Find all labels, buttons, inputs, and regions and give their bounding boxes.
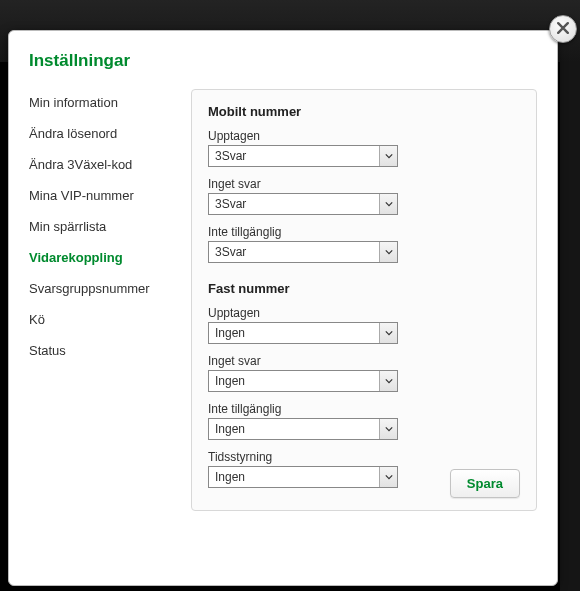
chevron-down-icon — [379, 419, 397, 439]
field-fixed-inte-tillganglig: Inte tillgänglig Ingen — [208, 402, 520, 440]
field-fixed-inget-svar: Inget svar Ingen — [208, 354, 520, 392]
chevron-down-icon — [379, 467, 397, 487]
chevron-down-icon — [379, 146, 397, 166]
select-fixed-inget-svar[interactable]: Ingen — [208, 370, 398, 392]
select-fixed-tidsstyrning[interactable]: Ingen — [208, 466, 398, 488]
field-fixed-upptagen: Upptagen Ingen — [208, 306, 520, 344]
select-value: Ingen — [215, 374, 245, 388]
panel-footer: Spara — [450, 469, 520, 498]
chevron-down-icon — [379, 371, 397, 391]
close-icon — [557, 22, 569, 37]
label-fixed-inget-svar: Inget svar — [208, 354, 520, 368]
sidebar-item-svarsgruppsnummer[interactable]: Svarsgruppsnummer — [29, 275, 177, 306]
select-value: Ingen — [215, 470, 245, 484]
sidebar-item-andra-losenord[interactable]: Ändra lösenord — [29, 120, 177, 151]
select-value: 3Svar — [215, 245, 246, 259]
close-button[interactable] — [549, 15, 577, 43]
sidebar-item-vidarekoppling[interactable]: Vidarekoppling — [29, 244, 177, 275]
sidebar-item-ko[interactable]: Kö — [29, 306, 177, 337]
sidebar-item-min-information[interactable]: Min information — [29, 89, 177, 120]
chevron-down-icon — [379, 242, 397, 262]
chevron-down-icon — [379, 194, 397, 214]
label-fixed-inte-tillganglig: Inte tillgänglig — [208, 402, 520, 416]
chevron-down-icon — [379, 323, 397, 343]
forwarding-panel: Mobilt nummer Upptagen 3Svar Inget svar … — [191, 89, 537, 511]
label-fixed-upptagen: Upptagen — [208, 306, 520, 320]
label-mobile-inte-tillganglig: Inte tillgänglig — [208, 225, 520, 239]
select-value: Ingen — [215, 422, 245, 436]
label-mobile-upptagen: Upptagen — [208, 129, 520, 143]
label-mobile-inget-svar: Inget svar — [208, 177, 520, 191]
field-mobile-upptagen: Upptagen 3Svar — [208, 129, 520, 167]
select-fixed-upptagen[interactable]: Ingen — [208, 322, 398, 344]
select-value: 3Svar — [215, 149, 246, 163]
modal-columns: Min information Ändra lösenord Ändra 3Vä… — [29, 89, 537, 511]
label-fixed-tidsstyrning: Tidsstyrning — [208, 450, 520, 464]
field-mobile-inget-svar: Inget svar 3Svar — [208, 177, 520, 215]
select-value: 3Svar — [215, 197, 246, 211]
select-value: Ingen — [215, 326, 245, 340]
modal-title: Inställningar — [29, 51, 537, 71]
select-mobile-inget-svar[interactable]: 3Svar — [208, 193, 398, 215]
save-button[interactable]: Spara — [450, 469, 520, 498]
settings-modal: Inställningar Min information Ändra löse… — [8, 30, 558, 586]
select-mobile-inte-tillganglig[interactable]: 3Svar — [208, 241, 398, 263]
sidebar-item-mina-vip-nummer[interactable]: Mina VIP-nummer — [29, 182, 177, 213]
settings-sidebar: Min information Ändra lösenord Ändra 3Vä… — [29, 89, 177, 511]
select-mobile-upptagen[interactable]: 3Svar — [208, 145, 398, 167]
field-mobile-inte-tillganglig: Inte tillgänglig 3Svar — [208, 225, 520, 263]
sidebar-item-min-sparrlista[interactable]: Min spärrlista — [29, 213, 177, 244]
backdrop-right — [560, 62, 580, 591]
sidebar-item-status[interactable]: Status — [29, 337, 177, 368]
fixed-number-heading: Fast nummer — [208, 281, 520, 296]
mobile-number-heading: Mobilt nummer — [208, 104, 520, 119]
select-fixed-inte-tillganglig[interactable]: Ingen — [208, 418, 398, 440]
sidebar-item-andra-3vaxel-kod[interactable]: Ändra 3Växel-kod — [29, 151, 177, 182]
